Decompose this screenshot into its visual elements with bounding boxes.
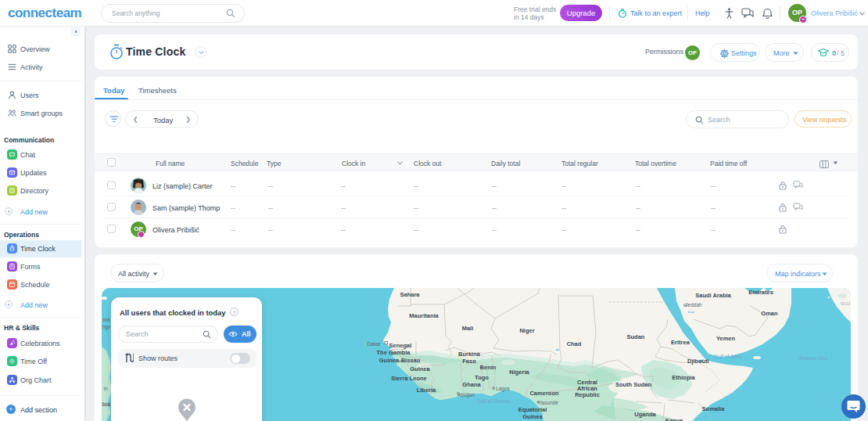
svg-text:Guinea: Guinea (410, 365, 430, 372)
svg-text:Niger: Niger (519, 327, 534, 334)
svg-text:ngo: ngo (102, 324, 111, 330)
svg-text:in: in (103, 386, 107, 391)
svg-text:Dakar: Dakar (367, 341, 381, 347)
svg-text:Jeddah: Jeddah (685, 302, 702, 308)
svg-text:Saudi Arabia: Saudi Arabia (695, 292, 731, 299)
svg-text:Djibouti: Djibouti (687, 358, 709, 365)
svg-text:جدة: جدة (687, 309, 694, 314)
svg-text:South Sudan: South Sudan (615, 381, 652, 388)
svg-text:GUJ: GUJ (841, 301, 850, 306)
svg-text:Mali: Mali (462, 325, 474, 332)
svg-text:Cameroon: Cameroon (529, 390, 559, 397)
svg-text:Benin: Benin (480, 364, 497, 371)
svg-text:Togo: Togo (475, 374, 489, 381)
svg-text:Faso: Faso (462, 358, 476, 365)
svg-text:Somalia: Somalia (702, 405, 726, 412)
svg-text:Uganda: Uganda (634, 411, 656, 418)
svg-text:Sierra Leone: Sierra Leone (391, 375, 426, 382)
svg-text:Emirates: Emirates (748, 289, 773, 296)
svg-text:Ethiopia: Ethiopia (672, 374, 695, 381)
svg-text:bia: bia (102, 401, 112, 408)
svg-text:Liberia: Liberia (417, 387, 436, 394)
svg-text:Sudan: Sudan (627, 333, 645, 340)
svg-text:Mauritania: Mauritania (409, 312, 439, 319)
svg-text:Republic: Republic (575, 391, 600, 398)
svg-text:Guinea: Guinea (522, 413, 543, 420)
svg-text:Gulf of Guinea: Gulf of Guinea (477, 398, 510, 404)
svg-text:Arabian Sea: Arabian Sea (799, 355, 827, 361)
svg-text:Ghana: Ghana (462, 381, 481, 388)
svg-text:nta: nta (102, 317, 109, 322)
svg-text:Yaoundé: Yaoundé (538, 400, 558, 405)
svg-text:Nigeria: Nigeria (509, 369, 529, 376)
svg-text:Oman: Oman (761, 310, 778, 317)
svg-text:Senegal: Senegal (389, 342, 412, 349)
svg-text:Burkina: Burkina (458, 351, 481, 358)
svg-text:Eritrea: Eritrea (671, 339, 690, 346)
svg-text:Chad: Chad (567, 340, 582, 347)
svg-text:Guinea-Bissau: Guinea-Bissau (379, 357, 421, 364)
svg-text:Kenya: Kenya (665, 417, 683, 421)
svg-text:The Gambia: The Gambia (377, 349, 411, 356)
svg-text:Abidjan: Abidjan (457, 392, 475, 398)
svg-text:Lagos: Lagos (496, 386, 510, 392)
svg-text:Yemen: Yemen (716, 335, 736, 342)
svg-text:Sahara: Sahara (400, 291, 420, 298)
svg-text:Equatorial: Equatorial (518, 406, 547, 413)
svg-text:Gulf of Aden: Gulf of Aden (714, 354, 742, 359)
